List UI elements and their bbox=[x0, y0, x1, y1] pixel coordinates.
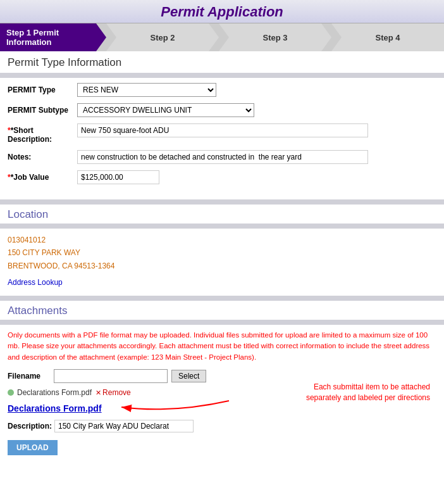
parcel-number: 013041012 bbox=[8, 234, 436, 246]
address-lookup-link[interactable]: Address Lookup bbox=[8, 278, 63, 287]
page-header: Permit Application bbox=[0, 0, 444, 23]
permit-type-section-title: Permit Type Information bbox=[0, 51, 444, 73]
address-line2: BRENTWOOD, CA 94513-1364 bbox=[8, 260, 436, 272]
notes-input[interactable] bbox=[77, 150, 368, 164]
step-1[interactable]: Step 1 Permit Information bbox=[0, 23, 106, 51]
notes-label: Notes: bbox=[8, 150, 77, 161]
step-3[interactable]: Step 3 bbox=[219, 23, 331, 51]
remove-link[interactable]: ✕Remove bbox=[96, 388, 131, 397]
attachment-notice: Only documents with a PDF file format ma… bbox=[8, 330, 436, 363]
job-value-label: **Job Value bbox=[8, 170, 77, 182]
permit-type-select[interactable]: RES NEW COM NEW RES REMODEL COM REMODEL bbox=[77, 83, 216, 97]
description-input[interactable] bbox=[54, 420, 194, 432]
job-value-control bbox=[77, 170, 436, 184]
annotation-text: Each submittal item to be attached separ… bbox=[304, 382, 430, 403]
upload-button[interactable]: UPLOAD bbox=[8, 440, 58, 455]
divider-5 bbox=[0, 320, 444, 325]
notes-row: Notes: bbox=[8, 150, 436, 164]
permit-type-section: PERMIT Type RES NEW COM NEW RES REMODEL … bbox=[0, 78, 444, 199]
permit-subtype-label: PERMIT Subtype bbox=[8, 103, 77, 115]
location-section-title: Location bbox=[0, 205, 444, 224]
location-section: 013041012 150 CITY PARK WAY BRENTWOOD, C… bbox=[0, 229, 444, 296]
permit-type-label: PERMIT Type bbox=[8, 83, 77, 94]
divider-2 bbox=[0, 199, 444, 205]
filename-row: Filename Select bbox=[8, 369, 436, 383]
filename-label: Filename bbox=[8, 372, 49, 381]
step-2-label: Step 2 bbox=[150, 33, 175, 42]
location-address: 013041012 150 CITY PARK WAY BRENTWOOD, C… bbox=[8, 234, 436, 272]
divider-3 bbox=[0, 224, 444, 229]
job-value-row: **Job Value bbox=[8, 170, 436, 184]
short-desc-label: **Short Description: bbox=[8, 123, 77, 144]
permit-subtype-control: ACCESSORY DWELLING UNIT ADDITION NEW CON… bbox=[77, 103, 436, 117]
address-line1: 150 CITY PARK WAY bbox=[8, 246, 436, 259]
divider-1 bbox=[0, 73, 444, 78]
step-1-label: Step 1 Permit Information bbox=[6, 28, 94, 47]
steps-bar: Step 1 Permit Information Step 2 Step 3 … bbox=[0, 23, 444, 51]
arrow-icon bbox=[109, 394, 235, 420]
short-desc-control bbox=[77, 123, 436, 137]
select-button[interactable]: Select bbox=[171, 370, 206, 382]
step-4[interactable]: Step 4 bbox=[331, 23, 444, 51]
job-value-input[interactable] bbox=[77, 170, 159, 184]
step-3-label: Step 3 bbox=[262, 33, 287, 42]
divider-4 bbox=[0, 296, 444, 301]
annotation-area: Each submittal item to be attached separ… bbox=[8, 401, 436, 416]
attachments-section-title: Attachments bbox=[0, 301, 444, 320]
description-label: Description: bbox=[8, 422, 52, 431]
description-row: Description: bbox=[8, 420, 436, 432]
short-desc-row: **Short Description: bbox=[8, 123, 436, 144]
permit-type-row: PERMIT Type RES NEW COM NEW RES REMODEL … bbox=[8, 83, 436, 97]
page-title: Permit Application bbox=[0, 4, 444, 20]
short-desc-input[interactable] bbox=[77, 123, 368, 137]
attachments-section: Only documents with a PDF file format ma… bbox=[0, 325, 444, 464]
permit-type-control: RES NEW COM NEW RES REMODEL COM REMODEL bbox=[77, 83, 436, 97]
file-status-dot bbox=[8, 389, 14, 396]
remove-x-icon: ✕ bbox=[96, 389, 101, 396]
permit-subtype-row: PERMIT Subtype ACCESSORY DWELLING UNIT A… bbox=[8, 103, 436, 117]
permit-subtype-select[interactable]: ACCESSORY DWELLING UNIT ADDITION NEW CON… bbox=[77, 103, 254, 117]
notes-control bbox=[77, 150, 436, 164]
filename-input[interactable] bbox=[54, 369, 168, 383]
file-name-text: Declarations Form.pdf bbox=[17, 388, 92, 397]
step-2[interactable]: Step 2 bbox=[106, 23, 219, 51]
declarations-form-link[interactable]: Declarations Form.pdf bbox=[8, 403, 102, 413]
step-4-label: Step 4 bbox=[375, 33, 400, 42]
